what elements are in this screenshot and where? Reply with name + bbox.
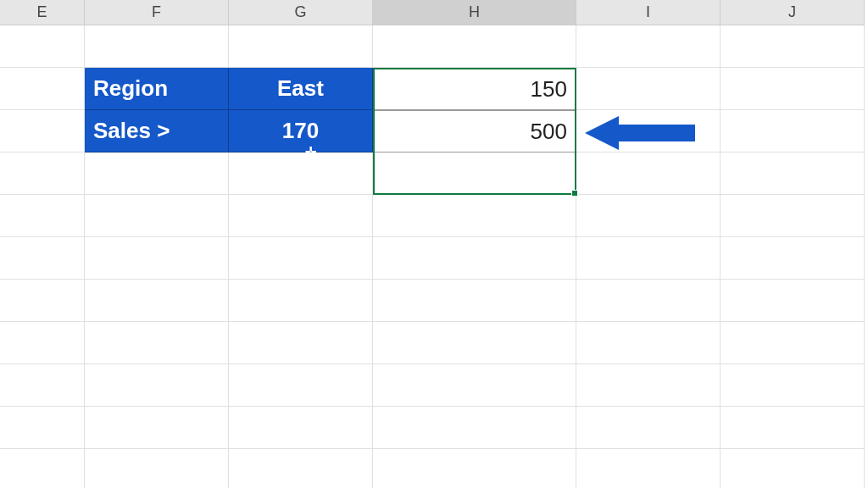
- cell-H11[interactable]: [373, 449, 576, 488]
- cell-F4[interactable]: [85, 152, 229, 195]
- cell-I5[interactable]: [576, 195, 721, 237]
- cell-H9[interactable]: [373, 364, 576, 407]
- cell-J1[interactable]: [721, 25, 865, 68]
- cell-I8[interactable]: [576, 322, 721, 364]
- cell-G9[interactable]: [229, 364, 373, 407]
- cell-F8[interactable]: [85, 322, 229, 364]
- cell-H5[interactable]: [373, 195, 576, 237]
- cell-G4[interactable]: [229, 152, 373, 195]
- cell-G10[interactable]: [229, 407, 373, 449]
- cell-H1[interactable]: [373, 25, 576, 68]
- cell-F5[interactable]: [85, 195, 229, 237]
- col-header-F[interactable]: F: [85, 0, 229, 25]
- spreadsheet-grid: E F G H I J Region East 150 Sales > 170 …: [0, 0, 868, 488]
- cell-J7[interactable]: [721, 280, 865, 322]
- cell-J4[interactable]: [721, 152, 865, 195]
- cell-I4[interactable]: [576, 152, 721, 195]
- cell-I2[interactable]: [576, 68, 721, 110]
- cell-E7[interactable]: [0, 280, 85, 322]
- col-header-H[interactable]: H: [373, 0, 576, 25]
- cell-H8[interactable]: [373, 322, 576, 364]
- cell-H3[interactable]: 500: [373, 110, 576, 152]
- cell-I7[interactable]: [576, 280, 721, 322]
- cell-G6[interactable]: [229, 237, 373, 280]
- cell-E9[interactable]: [0, 364, 85, 407]
- cell-E5[interactable]: [0, 195, 85, 237]
- cell-J10[interactable]: [721, 407, 865, 449]
- cell-H10[interactable]: [373, 407, 576, 449]
- cell-E6[interactable]: [0, 237, 85, 280]
- cell-E4[interactable]: [0, 152, 85, 195]
- col-header-E[interactable]: E: [0, 0, 85, 25]
- cell-H4[interactable]: [373, 152, 576, 195]
- col-header-G[interactable]: G: [229, 0, 373, 25]
- cell-F3[interactable]: Sales >: [85, 110, 229, 152]
- cell-E8[interactable]: [0, 322, 85, 364]
- cell-F10[interactable]: [85, 407, 229, 449]
- cell-G5[interactable]: [229, 195, 373, 237]
- col-header-J[interactable]: J: [721, 0, 865, 25]
- cell-J9[interactable]: [721, 364, 865, 407]
- cell-G8[interactable]: [229, 322, 373, 364]
- cell-G2[interactable]: East: [229, 68, 373, 110]
- cell-F2[interactable]: Region: [85, 68, 229, 110]
- cell-I6[interactable]: [576, 237, 721, 280]
- cell-F11[interactable]: [85, 449, 229, 488]
- arrow-left-icon: [585, 112, 695, 154]
- cell-I11[interactable]: [576, 449, 721, 488]
- cell-I1[interactable]: [576, 25, 721, 68]
- cell-J6[interactable]: [721, 237, 865, 280]
- cell-F9[interactable]: [85, 364, 229, 407]
- cell-H7[interactable]: [373, 280, 576, 322]
- cell-J11[interactable]: [721, 449, 865, 488]
- cell-H6[interactable]: [373, 237, 576, 280]
- cell-I10[interactable]: [576, 407, 721, 449]
- cell-E3[interactable]: [0, 110, 85, 152]
- cell-E10[interactable]: [0, 407, 85, 449]
- cell-F6[interactable]: [85, 237, 229, 280]
- cell-E11[interactable]: [0, 449, 85, 488]
- cell-J8[interactable]: [721, 322, 865, 364]
- col-header-I[interactable]: I: [576, 0, 721, 25]
- cell-I9[interactable]: [576, 364, 721, 407]
- cell-G1[interactable]: [229, 25, 373, 68]
- cell-H2[interactable]: 150: [373, 68, 576, 110]
- cell-F1[interactable]: [85, 25, 229, 68]
- cell-G3[interactable]: 170: [229, 110, 373, 152]
- cell-J2[interactable]: [721, 68, 865, 110]
- cell-G7[interactable]: [229, 280, 373, 322]
- svg-marker-0: [585, 116, 695, 150]
- cell-E2[interactable]: [0, 68, 85, 110]
- cell-J5[interactable]: [721, 195, 865, 237]
- cell-F7[interactable]: [85, 280, 229, 322]
- cell-J3[interactable]: [721, 110, 865, 152]
- cell-E1[interactable]: [0, 25, 85, 68]
- cell-G11[interactable]: [229, 449, 373, 488]
